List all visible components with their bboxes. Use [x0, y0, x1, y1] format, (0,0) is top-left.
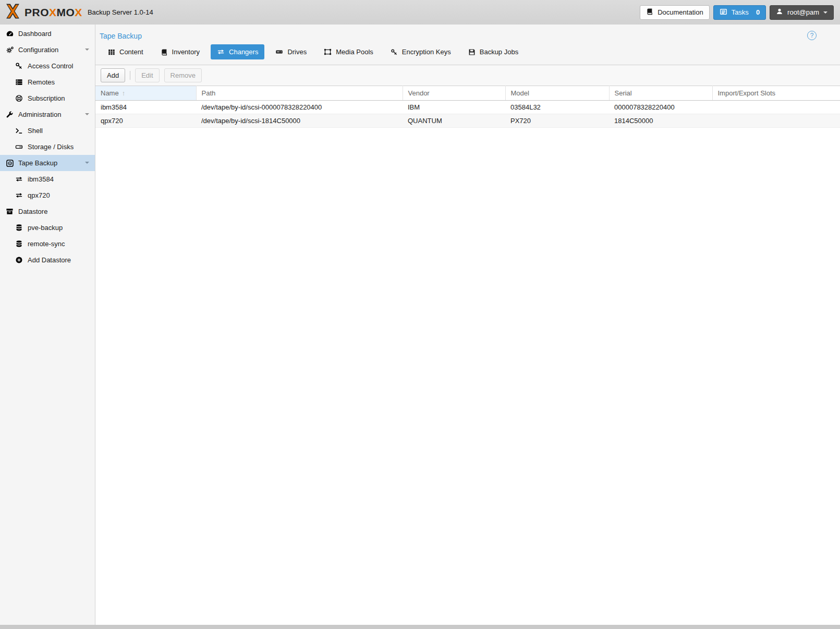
- sidebar-item-dashboard[interactable]: Dashboard: [0, 26, 95, 42]
- plus-circle-icon: [15, 256, 23, 264]
- cell-path: /dev/tape/by-id/scsi-1814C50000: [196, 114, 403, 128]
- column-header-name[interactable]: Name↑: [95, 86, 196, 101]
- chevron-down-icon[interactable]: [85, 162, 89, 166]
- database-icon: [15, 224, 23, 232]
- add-button[interactable]: Add: [101, 68, 125, 82]
- task-list-icon: [720, 8, 727, 17]
- column-header-serial[interactable]: Serial: [609, 86, 712, 101]
- sidebar-item-pve-backup[interactable]: pve-backup: [0, 220, 95, 236]
- wrench-icon: [5, 111, 14, 118]
- sidebar-item-label: Administration: [18, 111, 61, 118]
- book-icon: [646, 8, 653, 17]
- cell-path: /dev/tape/by-id/scsi-0000078328220400: [196, 101, 403, 114]
- column-header-import-export-slots[interactable]: Import/Export Slots: [712, 86, 840, 101]
- remotes-icon: [15, 78, 23, 86]
- chevron-down-icon[interactable]: [85, 113, 89, 117]
- tab-label: Inventory: [172, 48, 200, 56]
- sidebar-item-tape-backup[interactable]: Tape Backup: [0, 155, 95, 171]
- exchange-icon: [15, 175, 23, 183]
- chevron-down-icon[interactable]: [85, 49, 89, 53]
- sidebar-item-subscription[interactable]: Subscription: [0, 90, 95, 106]
- sidebar-item-label: Access Control: [28, 62, 73, 70]
- changers-table: Name↑ Path Vendor Model Serial Import/Ex…: [95, 86, 840, 625]
- tab-drives[interactable]: Drives: [269, 44, 313, 59]
- cell-model: 03584L32: [505, 101, 609, 114]
- table-header-row: Name↑ Path Vendor Model Serial Import/Ex…: [95, 86, 840, 101]
- tasks-label: Tasks: [732, 8, 749, 16]
- sidebar-item-label: Shell: [28, 127, 43, 135]
- tasks-count-badge: 0: [756, 8, 760, 16]
- life-ring-icon: [15, 94, 23, 102]
- user-label: root@pam: [787, 8, 819, 16]
- documentation-label: Documentation: [658, 8, 703, 16]
- sidebar-item-access-control[interactable]: Access Control: [0, 58, 95, 74]
- sidebar-item-datastore[interactable]: Datastore: [0, 203, 95, 220]
- tab-content[interactable]: Content: [102, 44, 150, 59]
- drive-icon: [275, 48, 283, 56]
- book-icon: [161, 49, 168, 56]
- tab-inventory[interactable]: Inventory: [154, 44, 206, 59]
- remove-button[interactable]: Remove: [164, 68, 202, 82]
- tab-encryption-keys[interactable]: Encryption Keys: [384, 44, 457, 59]
- table-row-qpx720[interactable]: qpx720 /dev/tape/by-id/scsi-1814C50000 Q…: [95, 114, 840, 128]
- product-version-label: Backup Server 1.0-14: [88, 8, 153, 16]
- cell-model: PX720: [505, 114, 609, 128]
- toolbar-separator: [130, 71, 130, 80]
- sidebar-item-shell[interactable]: Shell: [0, 123, 95, 139]
- sidebar-item-label: Remotes: [28, 78, 55, 86]
- dashboard-icon: [5, 30, 14, 38]
- gears-icon: [5, 46, 14, 54]
- user-menu-button[interactable]: root@pam: [770, 5, 834, 20]
- exchange-icon: [217, 48, 225, 56]
- sidebar-item-label: pve-backup: [28, 224, 63, 232]
- sidebar-item-label: Dashboard: [18, 30, 52, 38]
- cell-serial: 0000078328220400: [609, 101, 712, 114]
- tab-bar: Content Inventory Changers: [95, 43, 840, 65]
- edit-button[interactable]: Edit: [135, 68, 159, 82]
- column-header-path[interactable]: Path: [196, 86, 403, 101]
- tab-media-pools[interactable]: Media Pools: [318, 44, 380, 59]
- table-row-ibm3584[interactable]: ibm3584 /dev/tape/by-id/scsi-00000783282…: [95, 101, 840, 114]
- exchange-icon: [15, 191, 23, 199]
- hdd-icon: [15, 143, 23, 151]
- sidebar-item-ibm3584[interactable]: ibm3584: [0, 171, 95, 187]
- sidebar-item-label: Configuration: [18, 46, 58, 54]
- sidebar-item-label: Tape Backup: [18, 159, 57, 167]
- cell-import-export-slots: [712, 101, 840, 114]
- column-header-vendor[interactable]: Vendor: [403, 86, 505, 101]
- sidebar-item-label: Storage / Disks: [28, 143, 74, 151]
- sidebar-item-add-datastore[interactable]: Add Datastore: [0, 252, 95, 268]
- sidebar-item-administration[interactable]: Administration: [0, 106, 95, 123]
- archive-icon: [5, 208, 14, 215]
- sidebar-item-remotes[interactable]: Remotes: [0, 74, 95, 90]
- sidebar-item-remote-sync[interactable]: remote-sync: [0, 236, 95, 252]
- cell-vendor: IBM: [403, 101, 505, 114]
- cell-name: qpx720: [95, 114, 196, 128]
- sidebar-item-label: qpx720: [28, 191, 50, 199]
- tab-label: Encryption Keys: [402, 48, 451, 56]
- help-icon[interactable]: ?: [807, 31, 817, 40]
- sort-ascending-icon: ↑: [122, 89, 126, 97]
- documentation-button[interactable]: Documentation: [640, 5, 709, 20]
- key-icon: [15, 62, 23, 70]
- proxmox-backup-server-window: PROXMOX Backup Server 1.0-14 Documentati…: [0, 0, 840, 629]
- cell-import-export-slots: [712, 114, 840, 128]
- app-body: Dashboard Configuration Access Control: [0, 25, 840, 625]
- tab-backup-jobs[interactable]: Backup Jobs: [462, 44, 525, 59]
- cell-name: ibm3584: [95, 101, 196, 114]
- sidebar-item-configuration[interactable]: Configuration: [0, 42, 95, 58]
- tab-label: Media Pools: [336, 48, 373, 56]
- toolbar: Add Edit Remove: [95, 65, 840, 86]
- sidebar-item-label: Subscription: [28, 94, 65, 102]
- tasks-button[interactable]: Tasks 0: [713, 5, 766, 20]
- tab-changers[interactable]: Changers: [211, 44, 264, 59]
- main-panel: Tape Backup ? Content Inventory: [95, 25, 840, 625]
- sidebar: Dashboard Configuration Access Control: [0, 25, 95, 625]
- sidebar-item-qpx720[interactable]: qpx720: [0, 187, 95, 203]
- sidebar-item-storage-disks[interactable]: Storage / Disks: [0, 139, 95, 155]
- column-header-model[interactable]: Model: [505, 86, 609, 101]
- tab-label: Drives: [287, 48, 307, 56]
- top-bar: PROXMOX Backup Server 1.0-14 Documentati…: [0, 0, 840, 25]
- proxmox-logo: PROXMOX: [4, 3, 82, 22]
- grid-icon: [108, 49, 115, 56]
